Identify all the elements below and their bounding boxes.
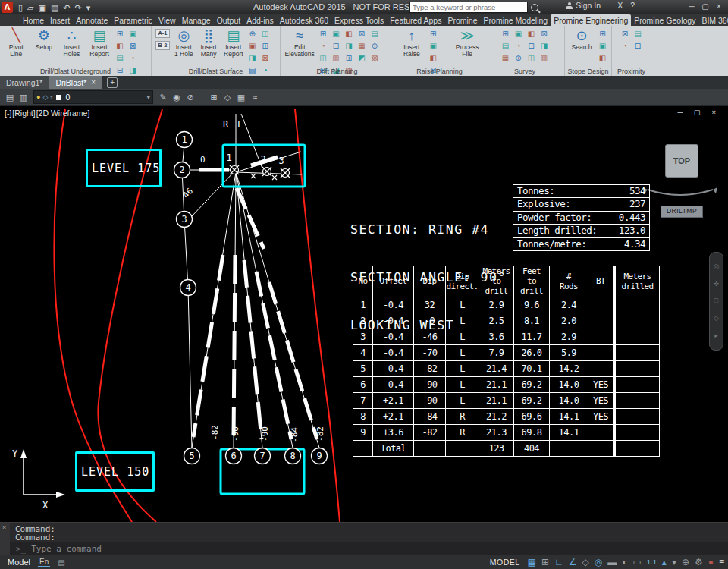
- panel-title-stope-design[interactable]: Stope Design: [565, 67, 611, 76]
- ribbon-tool-icon[interactable]: ◨: [246, 52, 259, 64]
- ribbon-tool-icon[interactable]: ▤: [499, 40, 512, 52]
- ribbon-tool-icon[interactable]: ⊠: [619, 28, 632, 40]
- layer-freeze-icon[interactable]: ◇: [221, 90, 234, 105]
- ribbon-tool-icon[interactable]: ⊞: [499, 28, 512, 40]
- ribbon-tool-icon[interactable]: ⊞: [596, 28, 609, 40]
- zoom-icon[interactable]: □: [714, 297, 718, 304]
- layer-walk-icon[interactable]: ≈: [248, 90, 262, 105]
- search-input[interactable]: [410, 2, 528, 13]
- ribbon-tool-icon[interactable]: ◧: [342, 28, 355, 40]
- ribbon-tool-icon[interactable]: ◫: [259, 28, 271, 40]
- ribbon-tab-add-ins[interactable]: Add-ins: [243, 14, 277, 26]
- file-tab-drawing1[interactable]: Drawing1*: [0, 76, 49, 89]
- ribbon-tool-icon[interactable]: ◔: [316, 40, 329, 52]
- ribbon-tab-manage[interactable]: Manage: [179, 14, 214, 26]
- insert-many-button[interactable]: ⣿ Insert Many: [196, 27, 221, 58]
- ribbon-tool-icon[interactable]: ◨: [538, 40, 551, 52]
- ribbon-tool-icon[interactable]: ◧: [113, 40, 126, 52]
- transparency-icon[interactable]: ◐: [622, 555, 627, 569]
- ribbon-tool-icon[interactable]: ⊞: [342, 52, 355, 64]
- ribbon-tab-promine-geology[interactable]: Promine Geology: [631, 14, 698, 26]
- pattern-b2-icon[interactable]: B-2: [155, 41, 169, 50]
- autoscale-icon[interactable]: ▾: [672, 555, 676, 569]
- redo-icon[interactable]: ↷: [75, 3, 82, 12]
- ribbon-tool-icon[interactable]: ▣: [596, 40, 609, 52]
- panel-title-proximity[interactable]: Proximity: [612, 67, 651, 76]
- insert-report-button[interactable]: ▤ Insert Report: [86, 27, 114, 58]
- ribbon-tool-icon[interactable]: ⊟: [525, 40, 538, 52]
- object-snap-icon[interactable]: ◎: [595, 555, 602, 569]
- setup-button[interactable]: ⚙ Setup: [30, 27, 58, 51]
- close-command-window-icon[interactable]: ×: [2, 523, 6, 531]
- ribbon-tool-icon[interactable]: ◩: [355, 52, 368, 64]
- insert-holes-button[interactable]: ∴ Insert Holes: [58, 27, 86, 58]
- layer-dropdown[interactable]: ● ◇ ▫ 0 ▾: [33, 90, 153, 104]
- ribbon-tool-icon[interactable]: ◨: [342, 40, 355, 52]
- ribbon-tool-icon[interactable]: ◫: [525, 52, 538, 64]
- save-icon[interactable]: ▣: [39, 3, 46, 12]
- ribbon-tool-icon[interactable]: ◔: [126, 52, 139, 64]
- process-file-button[interactable]: ≫ Process File: [452, 27, 482, 58]
- insert-1-hole-button[interactable]: ◎ Insert 1 Hole: [171, 27, 196, 58]
- close-file-tab-icon[interactable]: ×: [91, 78, 96, 86]
- ribbon-tool-icon[interactable]: ◔: [619, 40, 632, 52]
- ribbon-tool-icon[interactable]: ▣: [427, 40, 440, 52]
- grid-display-icon[interactable]: ▦: [528, 555, 536, 569]
- command-line-window[interactable]: × Command: Command: >_ Type a command: [0, 522, 728, 555]
- model-space-badge[interactable]: MODEL: [490, 558, 520, 567]
- help-icon[interactable]: ?: [630, 1, 635, 10]
- restore-icon[interactable]: ▢: [698, 0, 712, 13]
- ribbon-tool-icon[interactable]: ▤: [632, 28, 645, 40]
- annotation-visibility-icon[interactable]: ▴: [662, 555, 667, 569]
- minimize-icon[interactable]: ─: [685, 0, 698, 13]
- showmotion-icon[interactable]: ▸: [714, 332, 718, 339]
- ribbon-tool-icon[interactable]: ▧: [368, 52, 381, 64]
- ribbon-tool-icon[interactable]: ▥: [329, 52, 342, 64]
- navigation-bar[interactable]: ◎ ✛ □ ◇ ▸: [709, 252, 723, 351]
- panel-title-drill-blast-underground[interactable]: Drill/Blast Underground: [0, 67, 151, 76]
- layout-sheet-icon[interactable]: ▤: [58, 558, 64, 567]
- ribbon-tool-icon[interactable]: ▣: [126, 28, 139, 40]
- viewcube[interactable]: TOP: [665, 144, 698, 178]
- lineweight-icon[interactable]: ▬: [607, 555, 617, 569]
- viewport-window-controls[interactable]: ─ ▢ ×: [677, 108, 720, 116]
- annotation-monitor-icon[interactable]: ⊕: [682, 555, 689, 569]
- ribbon-tool-icon[interactable]: ⊟: [632, 40, 645, 52]
- viewcube-top-label[interactable]: TOP: [673, 156, 690, 165]
- customization-menu-icon[interactable]: ≡: [719, 555, 724, 569]
- ribbon-tab-promine-modeling[interactable]: Promine Modeling: [481, 14, 551, 26]
- ribbon-tool-icon[interactable]: ⊠: [259, 52, 271, 64]
- ribbon-tool-icon[interactable]: ⊞: [427, 28, 440, 40]
- ribbon-tool-icon[interactable]: ▦: [499, 52, 512, 64]
- ribbon-tool-icon[interactable]: ⊞: [316, 28, 329, 40]
- open-icon[interactable]: ▱: [27, 3, 33, 12]
- ribbon-tool-icon[interactable]: ◔: [512, 40, 525, 52]
- annotation-scale-label[interactable]: 1:1: [647, 555, 657, 569]
- ribbon-tool-icon[interactable]: ⊞: [259, 40, 271, 52]
- ribbon-tab-promine[interactable]: Promine: [444, 14, 480, 26]
- ribbon-tab-view[interactable]: View: [155, 14, 179, 26]
- ribbon-tool-icon[interactable]: ⊠: [538, 28, 551, 40]
- model-tab[interactable]: Model: [8, 558, 30, 567]
- ribbon-tab-annotate[interactable]: Annotate: [73, 14, 111, 26]
- ribbon-tab-autodesk-360[interactable]: Autodesk 360: [277, 14, 331, 26]
- panel-title-raise-planning[interactable]: Raise Planning: [394, 67, 485, 76]
- ribbon-tool-icon[interactable]: ◧: [427, 52, 440, 64]
- ribbon-tool-icon[interactable]: ▤: [113, 52, 126, 64]
- autocad-logo-icon[interactable]: A: [2, 2, 13, 13]
- make-current-icon[interactable]: ✎: [156, 90, 170, 105]
- selection-cycling-icon[interactable]: ▭: [632, 555, 641, 569]
- snap-mode-icon[interactable]: ⊞: [541, 555, 549, 569]
- ribbon-tool-icon[interactable]: ◧: [525, 28, 538, 40]
- ribbon-tool-icon[interactable]: ▥: [538, 52, 551, 64]
- ribbon-tool-icon[interactable]: ⊟: [329, 40, 342, 52]
- qat-dropdown-icon[interactable]: ▾: [86, 3, 91, 12]
- pan-icon[interactable]: ✛: [714, 281, 720, 288]
- file-tab-driblast[interactable]: DriBlast*×: [49, 76, 102, 89]
- ribbon-tab-bim-360[interactable]: BIM 360: [698, 14, 728, 26]
- search-button[interactable]: ⊙ Search: [567, 27, 596, 51]
- ribbon-tool-icon[interactable]: ▣: [512, 28, 525, 40]
- ribbon-tool-icon[interactable]: ⊠: [355, 28, 368, 40]
- drawing-canvas[interactable]: 123 0 46 123456789 -82-90-90-84-82 Y X […: [0, 106, 728, 522]
- ribbon-tab-parametric[interactable]: Parametric: [111, 14, 155, 26]
